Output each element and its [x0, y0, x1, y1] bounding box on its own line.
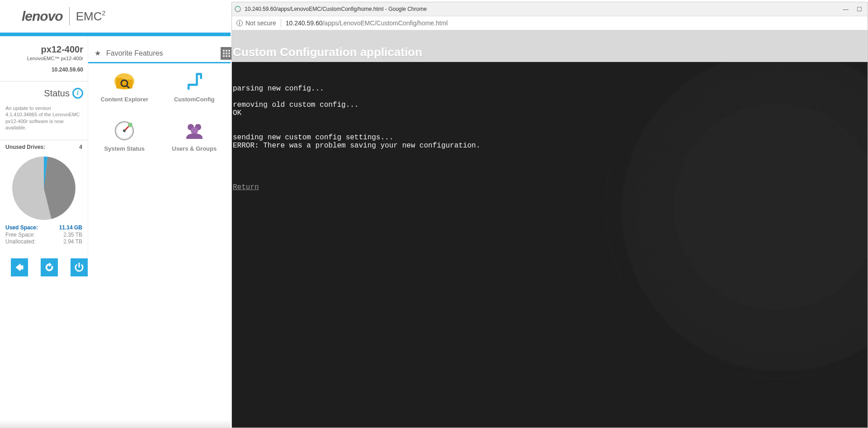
url-text: 10.240.59.60/apps/LenovoEMC/CustomConfig…: [286, 19, 448, 27]
unallocated-value: 2.94 TB: [63, 238, 82, 246]
shadow: [0, 420, 231, 428]
used-space-row: Used Space: 11.14 GB: [5, 224, 82, 232]
svg-point-7: [128, 123, 132, 127]
gauge-icon: [113, 119, 136, 143]
device-ip: 10.240.59.60: [5, 67, 83, 73]
restart-icon: [44, 262, 55, 273]
chrome-favicon-icon: [235, 6, 241, 12]
unused-drives-count: 4: [79, 144, 82, 150]
unused-drives-label: Unused Drives:: [5, 144, 45, 150]
folder-search-icon: [113, 70, 136, 93]
return-link[interactable]: Return: [233, 183, 259, 191]
unallocated-row: Unallocated: 2.94 TB: [5, 238, 82, 246]
feature-users-groups[interactable]: Users & Groups: [162, 119, 227, 152]
power-button[interactable]: [71, 258, 88, 276]
free-space-row: Free Space: 2.35 TB: [5, 232, 82, 239]
chrome-title: 10.240.59.60/apps/LenovoEMC/CustomConfig…: [235, 6, 427, 12]
favorite-features-panel: ★ Favorite Features Content Explorer Cus…: [88, 44, 231, 152]
restart-button[interactable]: [41, 258, 58, 276]
security-indicator[interactable]: i Not secure: [236, 19, 276, 27]
status-heading[interactable]: Status i: [0, 81, 88, 102]
background-arc: [605, 62, 868, 379]
storage-legend: Used Space: 11.14 GB Free Space: 2.35 TB…: [0, 224, 88, 246]
feature-label: System Status: [104, 145, 145, 152]
url-path: /apps/LenovoEMC/CustomConfig/home.html: [322, 19, 448, 27]
power-icon: [74, 262, 85, 273]
url-host: 10.240.59.60: [286, 19, 323, 27]
users-icon: [183, 119, 206, 143]
console-text: parsing new config... removing old custo…: [233, 85, 480, 150]
power-actions: [0, 246, 88, 276]
feature-content-explorer[interactable]: Content Explorer: [92, 70, 157, 103]
svg-point-10: [191, 127, 198, 134]
divider: [281, 19, 281, 27]
brand-emc: EMC2: [76, 10, 106, 24]
feature-label: Content Explorer: [101, 96, 148, 103]
used-space-label: Used Space:: [5, 224, 38, 232]
info-icon: i: [236, 20, 243, 26]
brand-bar: lenovo EMC2: [0, 0, 231, 33]
status-label: Status: [44, 88, 70, 99]
favorite-features-tab[interactable]: ★ Favorite Features: [88, 44, 231, 63]
console-output: parsing new config... removing old custo…: [232, 62, 868, 428]
dashboard-panel: lenovo EMC2 px12-400r LenovoEMC™ px12-40…: [0, 0, 231, 428]
page-header: Custom Configuration application: [232, 30, 868, 62]
feature-label: Users & Groups: [172, 145, 217, 152]
update-note: An update to version 4.1.410.34865 of th…: [0, 102, 88, 135]
brand-lenovo: lenovo: [22, 9, 63, 24]
logout-button[interactable]: [11, 258, 28, 276]
address-bar[interactable]: i Not secure 10.240.59.60/apps/LenovoEMC…: [232, 16, 868, 30]
feature-label: CustomConfig: [174, 96, 215, 103]
feature-custom-config[interactable]: CustomConfig: [162, 70, 227, 103]
chrome-title-text: 10.240.59.60/apps/LenovoEMC/CustomConfig…: [245, 6, 427, 12]
brand-divider: [69, 7, 70, 25]
chrome-window: 10.240.59.60/apps/LenovoEMC/CustomConfig…: [231, 2, 868, 428]
star-icon: ★: [94, 49, 101, 57]
security-label: Not secure: [245, 19, 276, 27]
pie-icon: [12, 157, 75, 220]
chrome-titlebar[interactable]: 10.240.59.60/apps/LenovoEMC/CustomConfig…: [232, 2, 868, 16]
info-icon: i: [72, 88, 83, 99]
feature-system-status[interactable]: System Status: [92, 119, 157, 152]
accent-strip: [0, 33, 231, 36]
storage-pie-chart: [0, 154, 88, 224]
device-info: px12-400r LenovoEMC™ px12-400r 10.240.59…: [0, 36, 88, 76]
free-space-label: Free Space:: [5, 232, 35, 239]
device-model: LenovoEMC™ px12-400r: [5, 56, 83, 61]
page-body: Custom Configuration application parsing…: [232, 30, 868, 428]
device-name: px12-400r: [5, 44, 83, 55]
apps-grid-button[interactable]: [221, 47, 232, 60]
used-space-value: 11.14 GB: [59, 224, 82, 232]
minimize-button[interactable]: —: [843, 6, 849, 13]
window-controls: — ☐: [843, 6, 865, 13]
unallocated-label: Unallocated:: [5, 238, 36, 246]
maximize-button[interactable]: ☐: [857, 6, 862, 13]
logout-icon: [14, 262, 25, 273]
svg-point-6: [123, 129, 126, 132]
grid-icon: [223, 50, 230, 57]
page-title: Custom Configuration application: [233, 45, 422, 59]
sidebar-column: px12-400r LenovoEMC™ px12-400r 10.240.59…: [0, 36, 88, 276]
free-space-value: 2.35 TB: [63, 232, 82, 239]
favorite-features-label: Favorite Features: [106, 49, 163, 57]
brand-emc-sup: 2: [102, 10, 105, 17]
brand-emc-text: EMC: [76, 10, 102, 24]
unused-drives-row: Unused Drives: 4: [0, 140, 88, 154]
feature-grid: Content Explorer CustomConfig System Sta…: [88, 63, 231, 152]
custom-config-icon: [183, 70, 206, 93]
